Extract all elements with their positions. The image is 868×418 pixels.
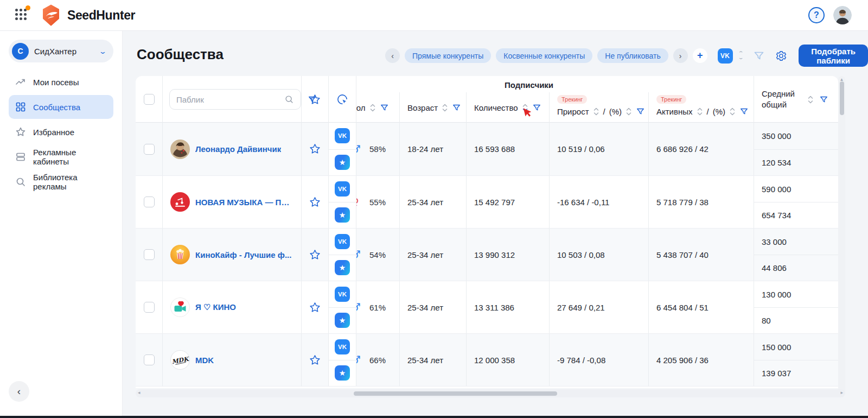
sort-icon[interactable] (593, 107, 599, 116)
scroll-left-arrow-icon[interactable]: ◂ (138, 390, 141, 395)
favorite-star-icon[interactable] (309, 301, 321, 314)
gear-icon[interactable] (775, 50, 787, 62)
community-name-link[interactable]: Леонардо Дайвинчик (195, 144, 281, 154)
platform-star-badge-icon[interactable]: ★ (335, 365, 350, 381)
filter-icon[interactable] (380, 103, 389, 112)
community-avatar[interactable] (170, 192, 190, 212)
platform-star-badge-icon[interactable]: ★ (335, 207, 350, 223)
target-click-icon[interactable] (336, 93, 349, 106)
filter-icon[interactable] (739, 107, 749, 116)
gender-male-icon: ♂ (356, 354, 365, 365)
sort-icon[interactable] (442, 103, 448, 112)
cards-icon (15, 151, 26, 162)
sort-icon[interactable] (807, 95, 814, 104)
platform-vk-selector[interactable]: VK (718, 48, 733, 64)
community-name-link[interactable]: MDK (195, 356, 214, 365)
platform-vk-icon[interactable]: VK (335, 287, 350, 302)
horizontal-scrollbar[interactable]: ◂ ▸ (136, 389, 845, 397)
select-publics-button[interactable]: Подобрать паблики (799, 45, 868, 67)
row-checkbox[interactable] (144, 302, 155, 313)
count-column-label: Количество (474, 103, 518, 112)
subscribers-count-cell: 16 593 688 (467, 123, 550, 175)
platform-star-badge-icon[interactable]: ★ (335, 155, 350, 170)
sort-icon[interactable] (369, 103, 376, 112)
sidebar-item-ad-accounts[interactable]: Рекламные кабинеты (9, 145, 113, 169)
community-avatar[interactable]: MDK (170, 350, 190, 370)
favorite-star-icon[interactable] (309, 143, 321, 155)
tag-chip[interactable]: Косвенные конкуренты (496, 48, 592, 63)
sidebar-item-my-seedings[interactable]: Мои посевы (9, 70, 113, 94)
sort-icon[interactable] (729, 107, 736, 116)
sort-icon[interactable] (626, 107, 632, 116)
community-name-link[interactable]: Я ♡ КИНО (195, 302, 236, 312)
sidebar-collapse-button[interactable]: ‹ (9, 381, 29, 402)
community-name-link[interactable]: КиноКайф - Лучшие ф... (195, 250, 291, 259)
vertical-scrollbar[interactable]: ▲ ▼ (838, 76, 845, 396)
gender-cell: ♀55% (356, 176, 400, 228)
sidebar-item-communities[interactable]: Сообщества (9, 95, 113, 119)
subscribers-count-cell: 12 000 358 (467, 334, 550, 386)
brand-logo[interactable]: SeedHunter (40, 4, 135, 26)
row-checkbox[interactable] (144, 144, 155, 155)
filter-icon[interactable] (753, 50, 765, 62)
sort-icon[interactable] (697, 107, 703, 116)
account-switcher[interactable]: С СидХантер ⌄ (9, 40, 113, 62)
gender-female-icon: ♀ (356, 197, 365, 207)
help-icon[interactable]: ? (808, 7, 825, 23)
next-row-sliver (136, 386, 838, 388)
tags-scroll-right-button[interactable]: › (673, 48, 688, 63)
community-name-link[interactable]: НОВАЯ МУЗЫКА — По... (195, 198, 293, 207)
user-avatar[interactable] (833, 6, 852, 24)
tracking-badge: Трекинг (656, 95, 686, 104)
column-header-avg: Средний общий (754, 76, 838, 123)
select-all-checkbox[interactable] (144, 94, 155, 105)
avg-reach-value: 150 000 (754, 334, 838, 360)
tags-scroll-left-button[interactable]: ‹ (385, 48, 400, 63)
tag-chip[interactable]: Прямые конкуренты (405, 48, 491, 63)
avg-reach-cell: 350 000120 534 (754, 123, 838, 175)
platform-vk-icon[interactable]: VK (335, 234, 350, 249)
favorite-star-icon[interactable] (309, 196, 321, 208)
platform-star-badge-icon[interactable]: ★ (335, 260, 350, 275)
platform-vk-icon[interactable]: VK (335, 339, 350, 354)
filter-icon[interactable] (452, 103, 461, 112)
public-search-input[interactable] (176, 95, 284, 104)
row-checkbox[interactable] (144, 354, 155, 365)
add-tag-button[interactable]: + (693, 48, 707, 63)
platform-vk-icon[interactable]: VK (335, 128, 350, 143)
favorite-star-icon[interactable] (309, 354, 321, 366)
communities-table: Подписчики Пол Возраст Количество (136, 76, 838, 388)
sidebar-item-label: Библиотека рекламы (33, 173, 107, 191)
subscribers-count-cell: 13 990 312 (467, 229, 550, 281)
filter-icon[interactable] (819, 95, 828, 104)
avg-reach-value: 44 806 (754, 255, 838, 281)
growth-column-label: Прирост (557, 107, 589, 116)
platform-sort-chevrons-icon[interactable]: ⌃⌄ (739, 52, 743, 60)
sidebar-item-ad-library[interactable]: Библиотека рекламы (9, 170, 113, 194)
tag-chip[interactable]: Не публиковать (597, 48, 668, 63)
filter-icon[interactable] (636, 107, 645, 116)
community-avatar[interactable] (170, 245, 190, 264)
subscribers-group-header (356, 76, 754, 92)
scroll-right-arrow-icon[interactable]: ▸ (840, 390, 843, 395)
favorite-star-icon[interactable] (309, 249, 321, 261)
row-checkbox[interactable] (144, 249, 155, 260)
page-title: Сообщества (137, 46, 224, 63)
platform-vk-icon[interactable]: VK (335, 181, 350, 197)
account-avatar: С (12, 43, 29, 60)
age-column-label: Возраст (407, 103, 438, 112)
platform-star-badge-icon[interactable]: ★ (335, 313, 350, 328)
apps-grid-icon[interactable] (15, 9, 28, 22)
gender-percent: 54% (369, 250, 386, 259)
vertical-scroll-thumb[interactable] (840, 81, 844, 115)
favorite-column-icon[interactable] (309, 93, 321, 106)
row-checkbox[interactable] (144, 197, 155, 207)
sidebar-item-favorites[interactable]: Избранное (9, 120, 113, 144)
avg-reach-value: 120 534 (754, 149, 838, 176)
age-cell: 25-34 лет (400, 281, 467, 333)
community-avatar[interactable] (170, 140, 190, 159)
community-avatar[interactable] (170, 297, 190, 317)
horizontal-scroll-thumb[interactable] (354, 391, 557, 396)
growth-cell: 10 519 / 0,06 (550, 123, 649, 175)
table-row: НОВАЯ МУЗЫКА — По...VK★♀55%25-34 лет15 4… (136, 175, 838, 228)
